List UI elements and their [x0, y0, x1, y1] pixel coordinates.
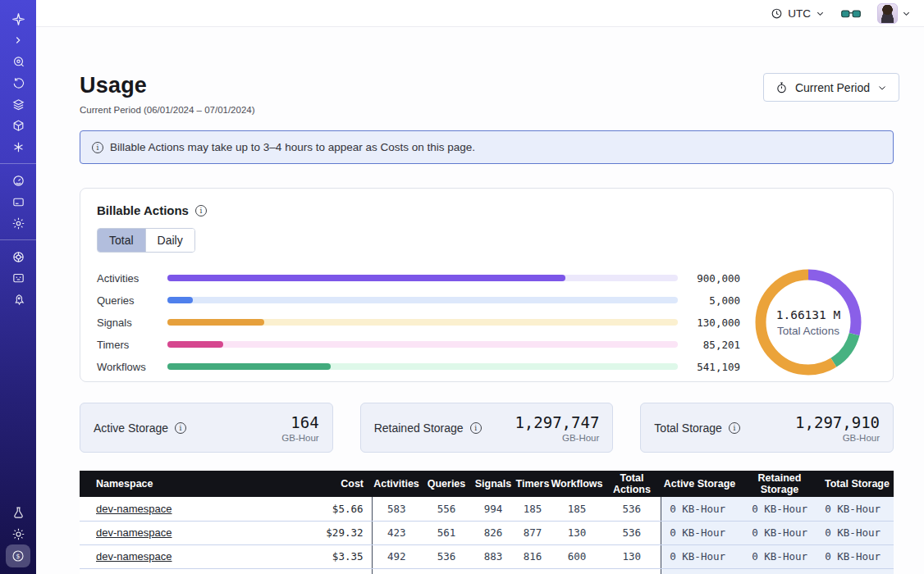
- retained-storage-card: Retained Storagei 1,297,747GB-Hour: [360, 403, 614, 453]
- active-storage-cell: 0 KB-Hour: [661, 521, 739, 544]
- cost-cell: $3.35: [268, 544, 372, 568]
- page-title: Usage: [80, 73, 255, 98]
- timers-cell: 185: [515, 497, 551, 521]
- col-activities[interactable]: Activities: [372, 471, 421, 497]
- activities-cell: 423: [372, 521, 421, 544]
- expand-chevron-icon[interactable]: [6, 30, 30, 51]
- bar-fill: [167, 319, 264, 326]
- col-retained-storage[interactable]: Retained Storage: [739, 471, 821, 497]
- sidebar-bottom-group: $: [6, 502, 30, 567]
- page-header: Usage Current Period (06/01/2024 – 07/01…: [80, 73, 255, 115]
- bar-value: 900,000: [689, 272, 740, 285]
- batch-operations-icon[interactable]: [6, 136, 30, 157]
- bar-fill: [167, 341, 223, 348]
- timezone-label: UTC: [788, 7, 811, 20]
- timezone-selector[interactable]: UTC: [771, 7, 825, 20]
- bar-row-signals: Signals 130,000: [97, 312, 740, 334]
- cost-cell: $29.32: [268, 521, 372, 544]
- bar-value: 5,000: [689, 294, 740, 307]
- workflows-cell: 185: [551, 497, 603, 521]
- bar-label: Workflows: [97, 361, 167, 373]
- tab-total[interactable]: Total: [98, 229, 145, 252]
- billable-actions-title: Billable Actions: [97, 203, 189, 217]
- col-total-storage[interactable]: Total Storage: [821, 471, 894, 497]
- col-active-storage[interactable]: Active Storage: [661, 471, 739, 497]
- avatar[interactable]: [877, 3, 898, 24]
- signals-cell: 826: [472, 521, 515, 544]
- col-namespace[interactable]: Namespace: [80, 471, 268, 497]
- chevron-down-icon: [902, 9, 911, 18]
- bar-track: [167, 319, 678, 326]
- svg-text:$: $: [16, 553, 20, 560]
- bar-chart: Activities 900,000 Queries 5,000 Signals…: [97, 267, 740, 378]
- usage-dollar-icon[interactable]: $: [6, 544, 30, 567]
- period-button-label: Current Period: [795, 81, 870, 94]
- billing-card-icon[interactable]: [6, 191, 30, 212]
- storage-card-value: 164: [281, 413, 318, 431]
- table-row-partial: [80, 568, 894, 574]
- settings-gear-icon[interactable]: [6, 212, 30, 234]
- workflows-icon[interactable]: [6, 51, 30, 72]
- col-total-actions[interactable]: Total Actions: [603, 471, 661, 497]
- table-header-row: Namespace Cost Activities Queries Signal…: [80, 471, 894, 497]
- feedback-monitor-icon[interactable]: [6, 267, 30, 289]
- archive-cube-icon[interactable]: [6, 115, 30, 136]
- info-icon[interactable]: i: [175, 422, 186, 434]
- storage-card-unit: GB-Hour: [515, 433, 599, 443]
- page-subtitle: Current Period (06/01/2024 – 07/01/2024): [80, 105, 255, 115]
- signals-cell: 994: [472, 497, 515, 521]
- account-menu[interactable]: [877, 3, 911, 24]
- bar-row-timers: Timers 85,201: [97, 334, 740, 356]
- active-storage-cell: 0 KB-Hour: [661, 544, 739, 568]
- sidebar-divider: [0, 163, 36, 164]
- chevron-down-icon: [877, 83, 887, 93]
- sidebar-divider: [0, 239, 36, 240]
- usage-gauge-icon[interactable]: [6, 170, 30, 191]
- bar-label: Activities: [97, 272, 167, 285]
- billable-chart: Activities 900,000 Queries 5,000 Signals…: [97, 264, 876, 380]
- storage-card-unit: GB-Hour: [281, 433, 318, 443]
- col-signals[interactable]: Signals: [472, 471, 515, 497]
- storage-summary-row: Active Storagei 164GB-Hour Retained Stor…: [80, 403, 894, 453]
- topbar: UTC: [36, 0, 924, 27]
- active-storage-card: Active Storagei 164GB-Hour: [80, 403, 333, 453]
- bar-track: [167, 297, 678, 303]
- labs-flask-icon[interactable]: [6, 502, 30, 523]
- temporal-logo-icon[interactable]: [6, 8, 30, 30]
- tab-daily[interactable]: Daily: [145, 229, 194, 252]
- period-dropdown-button[interactable]: Current Period: [763, 73, 899, 102]
- info-icon[interactable]: i: [470, 422, 482, 434]
- col-queries[interactable]: Queries: [421, 471, 472, 497]
- bar-fill: [167, 297, 193, 303]
- active-storage-cell: 0 KB-Hour: [661, 497, 739, 521]
- total-actions-cell: 130: [603, 544, 661, 568]
- namespace-link[interactable]: dev-namespace: [96, 503, 172, 515]
- deployments-layers-icon[interactable]: [6, 93, 30, 115]
- donut-chart: 1.66131 M Total Actions: [740, 264, 876, 380]
- bar-label: Signals: [97, 317, 167, 329]
- bar-track: [167, 341, 678, 348]
- total-actions-cell: 536: [603, 521, 661, 544]
- getting-started-rocket-icon[interactable]: [6, 289, 30, 310]
- info-icon[interactable]: i: [729, 422, 740, 434]
- col-workflows[interactable]: Workflows: [551, 471, 603, 497]
- namespace-link[interactable]: dev-namespace: [96, 550, 172, 563]
- namespace-link[interactable]: dev-namespace: [96, 526, 172, 539]
- bar-fill: [167, 275, 565, 281]
- col-timers[interactable]: Timers: [515, 471, 551, 497]
- bar-track: [167, 275, 678, 281]
- bar-value: 541,109: [689, 361, 740, 373]
- info-icon[interactable]: i: [195, 205, 207, 216]
- retained-storage-cell: 0 KB-Hour: [739, 497, 821, 521]
- glasses-icon[interactable]: [841, 7, 861, 20]
- storage-card-label: Active Storage: [94, 421, 168, 435]
- bar-track: [167, 363, 678, 370]
- bar-row-workflows: Workflows 541,109: [97, 356, 740, 378]
- theme-sun-icon[interactable]: [6, 523, 30, 544]
- col-cost[interactable]: Cost: [268, 471, 372, 497]
- support-lifebuoy-icon[interactable]: [6, 246, 30, 267]
- bar-label: Timers: [97, 339, 167, 351]
- schedules-icon[interactable]: [6, 72, 30, 93]
- billable-actions-card: Billable Actions i Total Daily Activitie…: [80, 188, 894, 382]
- workflows-cell: 600: [551, 544, 603, 568]
